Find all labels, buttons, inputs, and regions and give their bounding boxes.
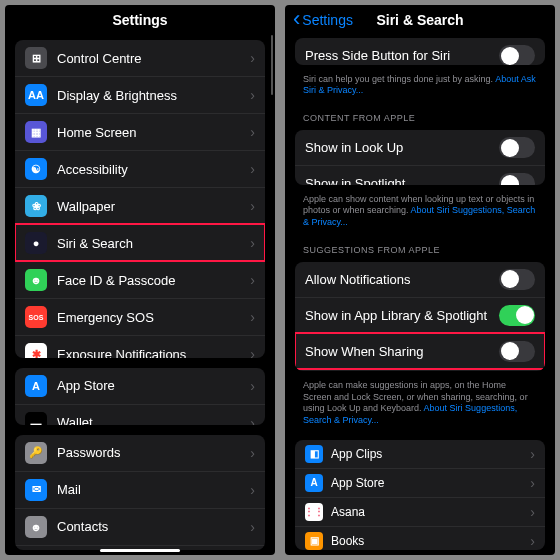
chevron-right-icon: › <box>250 482 255 498</box>
app-row-books[interactable]: ▣Books› <box>295 526 545 550</box>
chevron-right-icon: › <box>250 415 255 425</box>
chevron-right-icon: › <box>250 272 255 288</box>
row-label: Show in App Library & Spotlight <box>305 308 499 323</box>
app-row-app-store[interactable]: AApp Store› <box>295 468 545 497</box>
settings-row-emergency-sos[interactable]: SOSEmergency SOS› <box>15 298 265 335</box>
appclips-icon: ◧ <box>305 445 323 463</box>
siri-icon: ● <box>25 232 47 254</box>
toggle-row-allow-notifications: Allow Notifications <box>295 262 545 297</box>
row-label: App Clips <box>331 447 530 461</box>
home-indicator[interactable] <box>100 549 180 552</box>
footer-text: Apple can show content when looking up t… <box>285 190 555 237</box>
chevron-right-icon: › <box>250 124 255 140</box>
settings-list[interactable]: ⊞Control Centre›AADisplay & Brightness›▦… <box>5 35 275 555</box>
settings-row-siri-search[interactable]: ●Siri & Search› <box>15 224 265 261</box>
nav-bar: Settings Siri & Search <box>285 5 555 35</box>
toggle-switch[interactable] <box>499 341 535 362</box>
toggle-switch[interactable] <box>499 305 535 326</box>
row-label: Wallet <box>57 415 250 425</box>
section-header: CONTENT FROM APPLE <box>285 105 555 125</box>
chevron-right-icon: › <box>250 309 255 325</box>
back-button[interactable]: Settings <box>293 12 353 28</box>
row-label: Show in Spotlight <box>305 176 499 184</box>
toggle-row-show-in-app-library-spotlight: Show in App Library & Spotlight <box>295 297 545 333</box>
chevron-right-icon: › <box>530 446 535 462</box>
row-label: Mail <box>57 482 250 497</box>
settings-row-exposure-notifications[interactable]: ✱Exposure Notifications› <box>15 335 265 358</box>
scrollbar[interactable] <box>271 35 273 95</box>
footer-text: Siri can help you get things done just b… <box>285 70 555 105</box>
settings-row-wallet[interactable]: ▬Wallet› <box>15 404 265 425</box>
content-from-apple-group: Show in Look UpShow in Spotlight <box>295 130 545 184</box>
settings-group: AApp Store›▬Wallet› <box>15 368 265 425</box>
sos-icon: SOS <box>25 306 47 328</box>
contacts-icon: ☻ <box>25 516 47 538</box>
settings-row-home-screen[interactable]: ▦Home Screen› <box>15 113 265 150</box>
chevron-right-icon: › <box>250 87 255 103</box>
row-label: Passwords <box>57 445 250 460</box>
footer-text: Apple can make suggestions in apps, on t… <box>285 376 555 435</box>
chevron-right-icon: › <box>250 378 255 394</box>
settings-row-accessibility[interactable]: ☯Accessibility› <box>15 150 265 187</box>
row-label: Asana <box>331 505 530 519</box>
toggle-switch[interactable] <box>499 173 535 184</box>
row-label: Accessibility <box>57 162 250 177</box>
row-label: Siri & Search <box>57 236 250 251</box>
app-row-app-clips[interactable]: ◧App Clips› <box>295 440 545 468</box>
toggle-switch[interactable] <box>499 137 535 158</box>
books-icon: ▣ <box>305 532 323 550</box>
display-icon: AA <box>25 84 47 106</box>
row-label: Show in Look Up <box>305 140 499 155</box>
page-title: Settings <box>112 12 167 28</box>
wallet-icon: ▬ <box>25 412 47 425</box>
chevron-right-icon: › <box>530 533 535 549</box>
apps-group: ◧App Clips›AApp Store›⋮⋮Asana›▣Books›▦Ca… <box>295 440 545 550</box>
accessibility-icon: ☯ <box>25 158 47 180</box>
control-centre-icon: ⊞ <box>25 47 47 69</box>
toggle-row-show-when-listening: Show When Listening <box>295 369 545 371</box>
settings-row-app-store[interactable]: AApp Store› <box>15 368 265 404</box>
chevron-right-icon: › <box>250 445 255 461</box>
settings-row-display-brightness[interactable]: AADisplay & Brightness› <box>15 76 265 113</box>
row-label: Show When Sharing <box>305 344 499 359</box>
passwords-icon: 🔑 <box>25 442 47 464</box>
section-header: SUGGESTIONS FROM APPLE <box>285 237 555 257</box>
chevron-right-icon: › <box>530 475 535 491</box>
appstore-icon: A <box>25 375 47 397</box>
app-row-asana[interactable]: ⋮⋮Asana› <box>295 497 545 526</box>
toggle-row-show-in-look-up: Show in Look Up <box>295 130 545 165</box>
settings-row-mail[interactable]: ✉Mail› <box>15 471 265 508</box>
settings-row-control-centre[interactable]: ⊞Control Centre› <box>15 40 265 76</box>
asana-icon: ⋮⋮ <box>305 503 323 521</box>
faceid-icon: ☻ <box>25 269 47 291</box>
settings-row-passwords[interactable]: 🔑Passwords› <box>15 435 265 471</box>
row-label: Home Screen <box>57 125 250 140</box>
row-label: Allow Notifications <box>305 272 499 287</box>
row-label: App Store <box>331 476 530 490</box>
settings-screen: Settings ⊞Control Centre›AADisplay & Bri… <box>5 5 275 555</box>
toggle-switch[interactable] <box>499 45 535 65</box>
row-label: Books <box>331 534 530 548</box>
appstore-icon: A <box>305 474 323 492</box>
row-label: Press Side Button for Siri <box>305 48 499 63</box>
suggestions-group: Allow NotificationsShow in App Library &… <box>295 262 545 371</box>
siri-settings-list[interactable]: Press Side Button for Siri Siri can help… <box>285 33 555 555</box>
row-label: Exposure Notifications <box>57 347 250 358</box>
chevron-right-icon: › <box>250 519 255 535</box>
row-label: Wallpaper <box>57 199 250 214</box>
chevron-right-icon: › <box>530 504 535 520</box>
chevron-right-icon: › <box>250 198 255 214</box>
row-label: Control Centre <box>57 51 250 66</box>
settings-row-wallpaper[interactable]: ❀Wallpaper› <box>15 187 265 224</box>
chevron-right-icon: › <box>250 50 255 66</box>
row-label: Contacts <box>57 519 250 534</box>
chevron-right-icon: › <box>250 235 255 251</box>
settings-row-face-id-passcode[interactable]: ☻Face ID & Passcode› <box>15 261 265 298</box>
toggle-switch[interactable] <box>499 269 535 290</box>
settings-group: ⊞Control Centre›AADisplay & Brightness›▦… <box>15 40 265 358</box>
toggle-row-show-when-sharing: Show When Sharing <box>295 333 545 369</box>
row-label: Face ID & Passcode <box>57 273 250 288</box>
settings-row-contacts[interactable]: ☻Contacts› <box>15 508 265 545</box>
siri-activation-group: Press Side Button for Siri <box>295 38 545 65</box>
wallpaper-icon: ❀ <box>25 195 47 217</box>
